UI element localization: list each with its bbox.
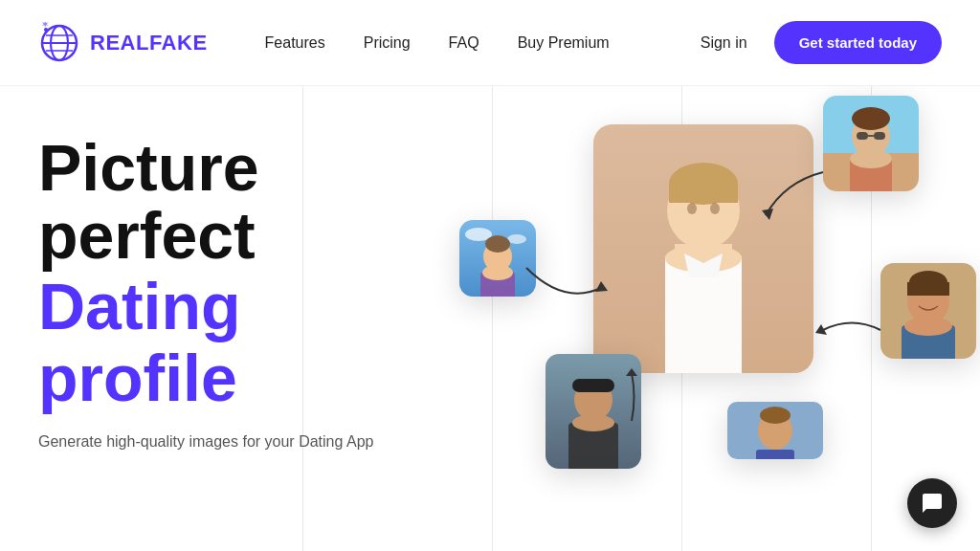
svg-point-41 (572, 414, 614, 431)
logo-link[interactable]: REALFAKE (38, 22, 208, 64)
svg-point-22 (482, 265, 513, 280)
hero-headline: Pictureperfect Dating profile (38, 134, 392, 413)
svg-rect-39 (572, 379, 614, 392)
nav-features[interactable]: Features (265, 34, 325, 51)
photo-collage (402, 86, 980, 551)
photo-main (593, 124, 813, 373)
hero-text-block: Pictureperfect Dating profile Generate h… (0, 86, 431, 551)
chat-icon (921, 492, 944, 515)
hero-section: Pictureperfect Dating profile Generate h… (0, 86, 980, 551)
svg-rect-10 (669, 184, 738, 203)
svg-point-25 (852, 107, 890, 130)
svg-marker-48 (815, 324, 827, 335)
nav-faq[interactable]: FAQ (449, 34, 479, 51)
photo-sm3 (546, 354, 641, 469)
svg-rect-15 (675, 244, 732, 263)
svg-point-20 (485, 235, 510, 253)
headline-colored: Dating profile (38, 270, 241, 414)
photo-med (880, 263, 976, 359)
nav-links: Features Pricing FAQ Buy Premium (265, 34, 701, 52)
nav-right: Sign in Get started today (701, 21, 942, 64)
photo-sm2-image (823, 96, 919, 191)
svg-point-18 (507, 234, 526, 244)
svg-rect-45 (756, 450, 794, 459)
brand-name: REALFAKE (90, 31, 208, 55)
photo-sm1-image (459, 220, 536, 297)
photo-med-image (880, 263, 976, 359)
svg-rect-34 (907, 282, 949, 296)
photo-sm4-image (727, 402, 823, 459)
svg-point-11 (687, 203, 697, 214)
navbar: REALFAKE Features Pricing FAQ Buy Premiu… (0, 0, 980, 86)
svg-point-5 (44, 28, 48, 32)
svg-rect-26 (857, 132, 868, 140)
signin-link[interactable]: Sign in (701, 34, 747, 52)
headline-line1: Pictureperfect (38, 131, 259, 272)
photo-sm1 (459, 220, 536, 297)
photo-main-image (593, 124, 813, 373)
photo-sm4 (727, 402, 823, 459)
chat-button[interactable] (907, 478, 957, 528)
svg-point-44 (760, 407, 791, 424)
arrow-3 (813, 306, 890, 354)
svg-point-30 (850, 149, 892, 168)
photo-sm3-image (546, 354, 641, 469)
svg-point-12 (710, 203, 720, 214)
logo-icon (38, 22, 80, 64)
get-started-button[interactable]: Get started today (774, 21, 942, 64)
nav-pricing[interactable]: Pricing (364, 34, 411, 51)
svg-point-36 (904, 317, 952, 336)
photo-sm2 (823, 96, 919, 191)
nav-buy-premium[interactable]: Buy Premium (518, 34, 610, 51)
svg-rect-27 (874, 132, 885, 140)
hero-subtitle: Generate high-quality images for your Da… (38, 430, 383, 453)
